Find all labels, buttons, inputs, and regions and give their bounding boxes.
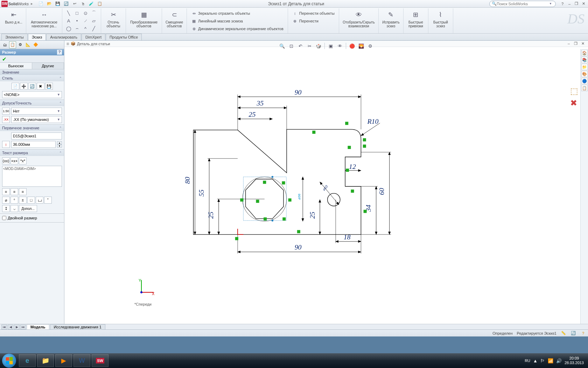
style-apply-button[interactable]: 📄 (12, 83, 19, 90)
app-menu-arrow-icon[interactable]: ▸ (29, 1, 35, 6)
convert-button[interactable]: ▦ Преобразование объектов (128, 9, 160, 33)
text-center-button[interactable]: +x+ (10, 157, 18, 164)
text-tool[interactable]: A (65, 18, 72, 24)
tab-office[interactable]: Продукты Office (106, 34, 142, 40)
tb-media-icon[interactable]: ▶ (55, 354, 72, 367)
qat-refresh-icon[interactable]: 🔄 (63, 1, 69, 7)
tab-sketch[interactable]: Эскиз (28, 34, 46, 40)
pm-dimxpert-icon[interactable]: 📐 (24, 41, 31, 48)
arc-tool[interactable]: ⌒ (90, 10, 97, 16)
mirror-button[interactable]: ⇔Зеркально отразить объекты (190, 10, 285, 17)
hide-show-icon[interactable]: 👁 (336, 42, 344, 50)
tb-solidworks-icon[interactable]: SW (92, 354, 108, 367)
sym-csink-button[interactable]: ⌵ (10, 205, 18, 212)
close-button[interactable]: ✕ (580, 1, 587, 7)
pm-feature-tree-icon[interactable]: 🗂 (1, 41, 8, 48)
graphics-area[interactable]: ⊞ 📦 Деталь для статьи – ❐ ✕ 🔍 ⊡ ↶ ✂ 🎲 ▣ … (64, 41, 588, 324)
text-right-button[interactable]: *x* (19, 157, 27, 164)
tray-network-icon[interactable]: 📶 (548, 358, 553, 363)
scroll-prev-button[interactable]: ◀ (8, 325, 13, 329)
rapid-sketch-button[interactable]: ⌇ Быстрый эскиз (430, 9, 451, 33)
dim-value-field[interactable]: 36.000мм (11, 141, 56, 148)
tab-evaluate[interactable]: Анализировать (46, 34, 81, 40)
sym-square-button[interactable]: □ (27, 197, 35, 204)
repair-sketch-button[interactable]: ✎ Исправить эскиз (381, 9, 401, 33)
show-relations-button[interactable]: 👁 Отобразить/Скрыть взаимосвязи (341, 9, 376, 33)
qat-new-icon[interactable]: 📄 (38, 1, 44, 7)
appearance-icon[interactable]: 🔴 (348, 42, 356, 50)
more-symbols-button[interactable]: Допол... (19, 205, 37, 212)
spline-tool[interactable]: ⟋ (82, 18, 89, 24)
text-left-button[interactable]: (xx) (2, 157, 10, 164)
minimize-button[interactable]: – (566, 1, 573, 7)
view-settings-icon[interactable]: ⚙ (366, 42, 374, 50)
tab-features[interactable]: Элементы (1, 34, 28, 40)
ellipse-tool[interactable]: ◯ (65, 25, 72, 32)
style-save-button[interactable]: 💾 (45, 83, 53, 90)
slot-tool[interactable]: ▱ (90, 18, 97, 24)
auto-dimension-button[interactable]: ↔ Автоматическое нанесение ра... (28, 9, 60, 33)
circle-tool[interactable]: ⊙ (82, 10, 89, 16)
maximize-button[interactable]: ❐ (573, 1, 580, 7)
style-update-button[interactable]: 🔄 (28, 83, 36, 90)
status-rebuild-icon[interactable]: 🔄 (570, 330, 576, 336)
qat-options-icon[interactable]: 📋 (97, 1, 103, 7)
status-unit-icon[interactable]: 📏 (561, 330, 566, 336)
pm-display-icon[interactable]: 🔶 (32, 41, 39, 48)
status-help-icon[interactable]: ? (580, 330, 586, 336)
sect-dimtext-header[interactable]: Текст размера⌃ (0, 150, 64, 156)
subtab-leaders[interactable]: Выноски (0, 63, 32, 69)
justify-left-button[interactable]: ≡ (2, 188, 10, 195)
mdi-min-button[interactable]: – (566, 41, 572, 47)
exit-sketch-button[interactable]: ⇤ Выхо д и... (4, 9, 24, 33)
dual-dim-checkbox[interactable]: Двойной размер (2, 215, 62, 221)
style-delete-button[interactable]: ✖ (37, 83, 44, 90)
section-view-icon[interactable]: ✂ (306, 42, 313, 50)
qat-open-icon[interactable]: 📂 (46, 1, 52, 7)
tray-clock[interactable]: 20:09 28.03.2013 (565, 356, 584, 365)
scroll-next-button[interactable]: ▶ (14, 325, 20, 329)
justify-right-button[interactable]: ≡ (19, 188, 27, 195)
justify-center-button[interactable]: ≡ (10, 188, 18, 195)
view-orient-icon[interactable]: 🎲 (315, 42, 322, 50)
sym-degree-button[interactable]: ° (10, 197, 18, 204)
sym-plusminus-button[interactable]: ± (19, 197, 27, 204)
qat-undo-icon[interactable]: ↩ (71, 1, 78, 7)
search-dropdown-icon[interactable]: ▼ (549, 2, 552, 5)
point-tool[interactable]: • (74, 18, 80, 24)
prev-view-icon[interactable]: ↶ (296, 42, 304, 50)
qat-save-icon[interactable]: 💾 (55, 1, 61, 7)
pm-property-icon[interactable]: 📋 (9, 41, 16, 48)
move-button[interactable]: ↕Перенести объекты (291, 10, 336, 17)
tab-motion-study[interactable]: Исследование движения 1 (50, 324, 105, 330)
sym-depth-button[interactable]: ↧ (2, 205, 10, 212)
tb-ie-icon[interactable]: e (19, 354, 36, 367)
trim-button[interactable]: ✂ Отсечь объекты (103, 9, 124, 33)
sym-more-button[interactable]: ˅ (44, 197, 52, 204)
scroll-first-button[interactable]: ⏮ (1, 325, 7, 329)
style-dropdown[interactable]: <NONE>▼ (2, 91, 62, 98)
linear-pattern-button[interactable]: ▦Линейный массив эскиза (190, 18, 285, 25)
rect-tool[interactable]: □ (74, 10, 80, 16)
qat-select-icon[interactable]: 🖱 (80, 1, 86, 7)
quick-snaps-button[interactable]: ⊞ Быстрые привязки (406, 9, 426, 33)
mdi-max-button[interactable]: ❐ (573, 41, 579, 47)
tol-precision-dropdown[interactable]: .XX (По умолчанию)▼ (11, 116, 62, 123)
mdi-close-button[interactable]: ✕ (580, 41, 586, 47)
tb-word-icon[interactable]: W (74, 354, 90, 367)
sym-diameter-button[interactable]: ⌀ (2, 197, 10, 204)
help-button[interactable]: ? (559, 1, 566, 7)
dim-text-area[interactable]: <MOD-DIAM><DIM> (2, 166, 62, 187)
tree-expand-icon[interactable]: ⊞ (66, 42, 69, 46)
pm-ok-button[interactable]: ✔ (2, 56, 7, 62)
line-tool[interactable]: ╲ (65, 10, 72, 16)
search-input[interactable] (497, 2, 549, 6)
zoom-fit-icon[interactable]: 🔍 (278, 42, 286, 50)
sym-cbore-button[interactable]: ⌴ (36, 197, 43, 204)
transfer-button[interactable]: ⊕Перенести (291, 18, 336, 25)
tab-dimxpert[interactable]: DimXpert (82, 34, 105, 40)
tray-flag-icon[interactable]: 🏳 (540, 358, 545, 363)
search-box[interactable]: 🔍 ▼ (489, 1, 556, 7)
tray-volume-icon[interactable]: 🔊 (556, 358, 562, 363)
polygon-tool[interactable]: ^ (82, 25, 89, 32)
